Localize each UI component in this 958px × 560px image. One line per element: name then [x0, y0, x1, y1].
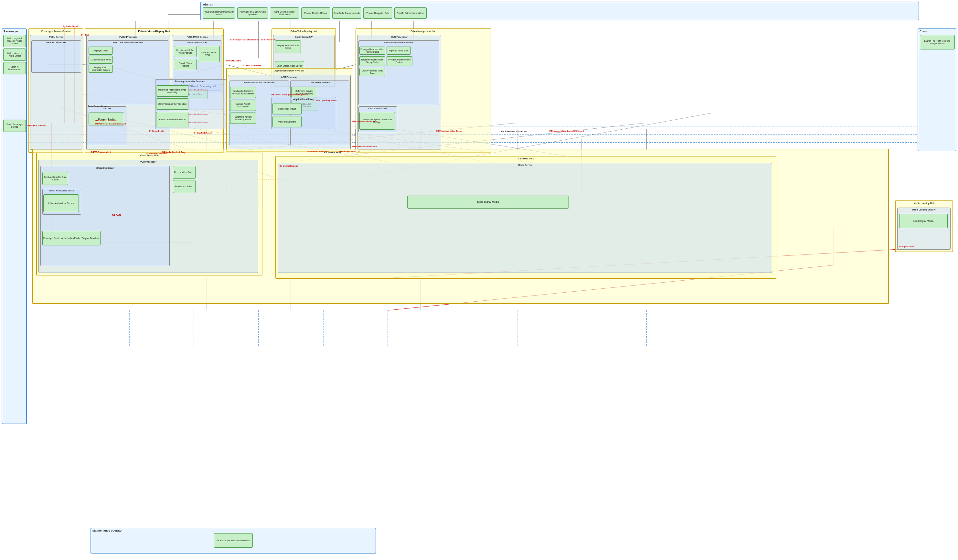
cmu-processor-box: CMU Processor CMU Core Interactions Mana…: [357, 35, 441, 150]
cabin-operating-profile: D4 Cabin Operating Profile: [312, 100, 336, 102]
determine-services-box: Determine Passenger Service Availability: [156, 86, 189, 97]
decompression-label: D4 Decompression Notification: [230, 39, 259, 41]
service-interruption-label: D4 Service Interruption Handling Profile: [271, 94, 308, 96]
crew-actor: Crew Launch Pre-Flight Tests and Analyze…: [918, 29, 956, 151]
set-passenger-service-label: Set Passenger Service Authorization: [216, 539, 251, 542]
aircraft-actor-label: Aircraft: [203, 3, 213, 6]
home-connector-label: D4 HOME Connector: [242, 65, 261, 67]
cabin-management-system: Cabin Management Unit CMU Processor CMU …: [355, 29, 491, 153]
pvdu-screen-label: PVDU Screen: [49, 36, 63, 38]
passenger-remote-label: Passenger Remote Control: [40, 30, 71, 33]
imposed-video-list: D4 Imposed Video List: [339, 150, 360, 152]
sata-label: D4 SATA: [112, 214, 122, 216]
media-loading-unit-inner: Media Loading Unit SW Load Digital Media…: [897, 208, 950, 250]
store-digital-media-label: Store Digital Media: [477, 200, 499, 204]
passenger-remote-system: Passenger Remote Control PVDU Screen Rem…: [29, 29, 83, 153]
crew-actor-label: Crew: [920, 30, 927, 33]
watch-imposed-movie-box: Watch Imposed Movie or Private Screen: [3, 35, 26, 47]
vco-control-label: D4 VCO Home Control Command: [95, 123, 126, 125]
load-digital-media-box: Load Digital Media: [899, 214, 948, 228]
capture-aircraft-notification: Capture Aircraft Notifications: [230, 100, 256, 111]
decode-video-packets: Decode Video Packets: [174, 59, 197, 70]
passenger-actor-label: Passenger: [3, 30, 18, 33]
digital-analog-label: Digital Analog Converter: [87, 105, 110, 107]
load-digital-media-label: Load Digital Media: [914, 219, 933, 222]
imposed-video-control: D4 Imposed Video Control Command: [549, 130, 584, 132]
cmu-process-imposed: Process Imposed Video Controls: [387, 56, 412, 66]
vsu-processor-box: VSU Processor Streaming Server Send Audi…: [38, 160, 258, 273]
diagram-container: Aircraft Provide Satellite Communication…: [0, 0, 958, 560]
applications-server-box: Applications Server Cabin Video Player V…: [271, 97, 336, 129]
media-content-area: D4 VGO Movies List: [91, 151, 111, 153]
psa-profile-box: Passenger Service Authorization Profile …: [42, 231, 100, 246]
streamheader-label: D4 Streamheader: [149, 130, 165, 132]
hdmi-label: D4 HDMI: [81, 34, 89, 36]
pvdu-displayed-rdio: Displayed RdIo Video: [89, 56, 113, 64]
video-data-buffers: Video Data Buffers: [273, 116, 301, 127]
passenger-available-services: Passenger Available Services... Determin…: [155, 79, 226, 129]
provide-electrical-box: Provide Electrical Power: [301, 8, 330, 19]
pvdu-displayed-video: Displayed Video: [89, 46, 113, 55]
send-audio-announcements-box: Send Audio Announcements: [332, 8, 362, 19]
passenger-actor: Passenger Watch Imposed Movie or Private…: [2, 29, 27, 424]
ethernet-connector-label-1: D4 Ethernet Connector: [95, 120, 116, 122]
maintenance-actor-label: Maintenance operator: [92, 529, 123, 532]
cmu-displayed-imposed: Displayed Imposed Video Playing Status: [359, 46, 385, 55]
ethernet-switches-label: F2 Ethernet Switches: [501, 130, 527, 133]
media-request-label: D4 Media Request: [279, 165, 298, 167]
pause-stop-label-2: D4 Pause-Stop Notification: [352, 146, 377, 148]
pvdu-system-label: Private Video Display Unit: [138, 30, 170, 33]
ethernet-connector-lower: D4 Ethernet Connector: [146, 152, 167, 155]
initiate-av-inner: Initiate Audio/Video Stream: [43, 194, 79, 212]
launch-preflight-box: Launch Pre-Flight Tests and Analyze Resu…: [920, 35, 955, 49]
cmu-touch-screen: CMU Touch Screen CMU Airline-Specific In…: [358, 106, 397, 132]
store-passenger-service-box: Store Passenger Service State: [156, 98, 189, 109]
cabin-video-player: Cabin Video Player: [273, 103, 301, 114]
provide-satellite-box: Provide Satellite Communication Means: [203, 8, 235, 19]
pvdu-displayed-audio: Display Audio Interruption Screen: [89, 65, 113, 73]
decode-video-packet-vsu: Decode Video Packet: [173, 166, 195, 179]
pvdu-screen-box: PVDU Screen Remote Control SW: [30, 35, 82, 150]
play-audio-cabin-box: Play Audio on Cabin Aircraft Speakers: [237, 8, 268, 19]
store-digital-media-box: Store Digital Media: [407, 196, 569, 209]
send-decompression-box: Send Decompression Notification: [270, 8, 299, 19]
send-audio-data-packet: Send Audio and/or Data Packet: [42, 172, 68, 185]
send-audio-stream-aircraft: Send Audio Stream to Aircraft Cabin Spea…: [230, 87, 256, 98]
display-video-cabin: Display Video on Cabin Screen: [275, 40, 301, 53]
provide-exterior-view-box: Provide Exterior-View Videos: [394, 8, 427, 19]
process-audio-box: Process Audio and Bufferize: [156, 112, 189, 127]
watch-movie-private-box: Watch Movie or Private Screen: [3, 49, 26, 61]
gigabit-ethernet-label-2: D4 Gigabit Ethernet: [194, 132, 212, 134]
maintenance-actor: Maintenance operator Set Passenger Servi…: [90, 528, 376, 554]
provide-navigation-box: Provide Navigation Data: [363, 8, 392, 19]
listen-entertainment-box: Listen to Entertainment: [3, 62, 26, 75]
gigabit-ethernet-label-1: D4 Gigabit Ethernet: [27, 124, 46, 127]
cmu-receive-impose: Receive Imposed Video Playing Status: [359, 56, 385, 66]
determine-operating-profile: Determine Aircraft Operating Profile: [230, 113, 256, 124]
aircraft-actor: Aircraft Provide Satellite Communication…: [200, 2, 919, 21]
streaming-server-box: Streaming Server Send Audio and/or Data …: [40, 166, 170, 266]
initiate-av-stream-box: Initiate Audio/Video Stream Initiate Aud…: [42, 189, 81, 215]
pause-stop-label: D4 Pause-Stop Notification: [352, 120, 377, 122]
lower-system-boundary: Video Server Unit VSU Processor Streamin…: [32, 149, 889, 304]
cmu-imposed-video-state: Imposed Video State: [387, 46, 411, 55]
remote-control-sw-box: Remote Control SW: [31, 40, 81, 73]
digital-media-label: D4 Digital Media: [899, 246, 914, 247]
receive-buffer-vsu-box: Receive and Buffer...: [173, 180, 195, 193]
determine-service-availability: Determine Service Instance Availability: [291, 87, 317, 98]
receive-buffer-video: Receive and Buffer Video Packets: [174, 46, 197, 57]
home-cable-label: D4 HOME Cable: [226, 60, 241, 62]
power-profile-label: D4 Power Profile: [261, 39, 277, 41]
set-passenger-service-box: Set Passenger Service Authorization: [214, 533, 253, 548]
store-buffer-vod: Store and Buffer VOD ...: [198, 46, 220, 62]
cmu-display-imposed-video: Display Imposed Video Data: [359, 68, 385, 76]
packetized-video-label: D4 Packetized Video Stream: [436, 130, 462, 132]
cmu-core-interactions: CMU Core Interactions Manager Displayed …: [358, 40, 439, 105]
video-server-system: Video Server Unit VSU Processor Streamin…: [36, 152, 262, 276]
media-server-box: Media Server Store Digital Media D4 Medi…: [278, 163, 772, 273]
imposed-video-data: D4 Imposed Video Data: [307, 150, 329, 152]
dac-sw-box: DAC SW Convert Audio: [87, 106, 126, 145]
select-passenger-service-box: Select Passenger Service: [3, 120, 26, 132]
media-loading-system: Media Loading Unit Media Loading Unit SW…: [895, 200, 953, 252]
audio-signal-label: D4 Audio Signal: [63, 25, 78, 27]
